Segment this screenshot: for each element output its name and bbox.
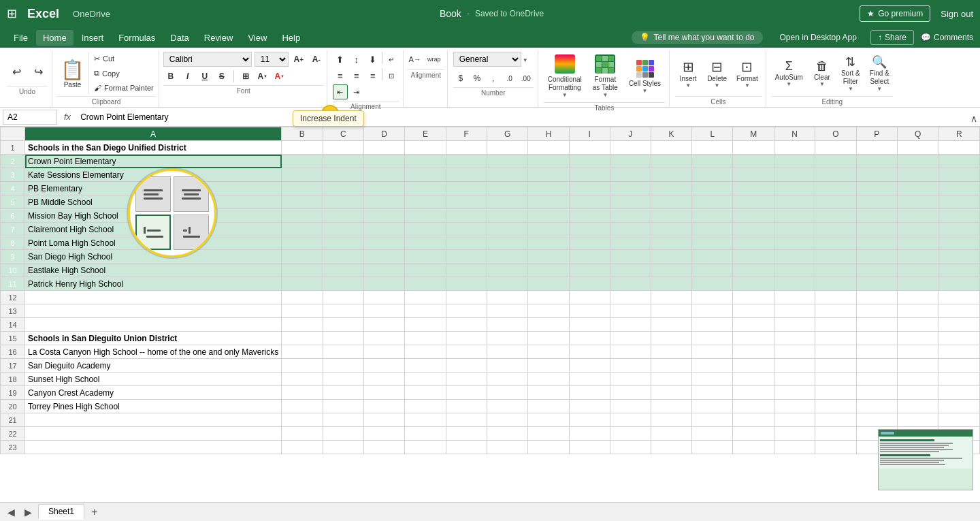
strikethrough-button[interactable]: S <box>214 69 229 84</box>
table-row[interactable]: 18Sunset High School <box>1 373 980 386</box>
cell-empty[interactable] <box>528 441 569 454</box>
cell-empty[interactable] <box>569 291 610 304</box>
cell-empty[interactable] <box>692 332 733 345</box>
cell-empty[interactable] <box>528 168 569 182</box>
cell-empty[interactable] <box>856 209 897 223</box>
cell-empty[interactable] <box>774 413 815 427</box>
cell-empty[interactable] <box>323 141 363 155</box>
cell-empty[interactable] <box>569 195 610 209</box>
cell-empty[interactable] <box>323 223 363 236</box>
cell-empty[interactable] <box>898 332 938 345</box>
formula-input[interactable] <box>78 110 977 125</box>
cell-empty[interactable] <box>898 359 938 373</box>
cell-empty[interactable] <box>733 291 774 304</box>
cell-empty[interactable] <box>446 291 487 304</box>
cell-empty[interactable] <box>528 277 569 291</box>
table-row[interactable]: 17San Dieguito Academy <box>1 359 980 373</box>
cell-empty[interactable] <box>815 413 856 427</box>
cell-empty[interactable] <box>405 386 446 400</box>
cell-empty[interactable] <box>405 182 446 195</box>
cell-empty[interactable] <box>610 345 651 359</box>
cell-empty[interactable] <box>569 250 610 264</box>
prev-sheet-button[interactable]: ◀ <box>4 505 18 519</box>
cell-empty[interactable] <box>898 373 938 386</box>
cell-empty[interactable] <box>323 345 363 359</box>
redo-button[interactable]: ↪ <box>29 63 48 82</box>
cell-empty[interactable] <box>569 441 610 454</box>
cell-empty[interactable] <box>692 373 733 386</box>
col-header-O[interactable]: O <box>815 127 856 141</box>
cell-a23[interactable] <box>25 441 282 454</box>
cell-empty[interactable] <box>282 236 323 250</box>
clear-button[interactable]: 🗑 Clear ▼ <box>809 57 835 90</box>
cell-empty[interactable] <box>363 223 404 236</box>
cell-empty[interactable] <box>363 236 404 250</box>
cell-empty[interactable] <box>610 332 651 345</box>
cell-empty[interactable] <box>610 250 651 264</box>
cell-empty[interactable] <box>405 427 446 441</box>
cell-empty[interactable] <box>815 141 856 155</box>
cell-empty[interactable] <box>405 291 446 304</box>
cell-empty[interactable] <box>528 182 569 195</box>
cell-a14[interactable] <box>25 318 282 332</box>
table-row[interactable]: 2Crown Point Elementary <box>1 155 980 168</box>
cell-empty[interactable] <box>815 264 856 277</box>
cell-empty[interactable] <box>651 155 691 168</box>
cut-button[interactable]: ✂ Cut <box>92 54 156 64</box>
cell-empty[interactable] <box>692 168 733 182</box>
app-grid-icon[interactable]: ⊞ <box>7 6 17 21</box>
cell-empty[interactable] <box>405 209 446 223</box>
menu-insert[interactable]: Insert <box>75 30 111 46</box>
cell-empty[interactable] <box>363 195 404 209</box>
cell-empty[interactable] <box>651 277 691 291</box>
cell-empty[interactable] <box>692 441 733 454</box>
cell-empty[interactable] <box>815 291 856 304</box>
cell-empty[interactable] <box>405 373 446 386</box>
cell-empty[interactable] <box>569 141 610 155</box>
cell-empty[interactable] <box>282 413 323 427</box>
cell-styles-button[interactable]: Cell Styles ▼ <box>625 56 665 97</box>
cell-empty[interactable] <box>774 345 815 359</box>
onedrive-label[interactable]: OneDrive <box>73 9 110 19</box>
cell-empty[interactable] <box>610 141 651 155</box>
menu-file[interactable]: File <box>7 30 35 46</box>
cell-empty[interactable] <box>898 141 938 155</box>
cell-empty[interactable] <box>938 277 980 291</box>
cell-empty[interactable] <box>938 182 980 195</box>
increase-decimal-button[interactable]: .00 <box>519 71 534 86</box>
cell-empty[interactable] <box>815 373 856 386</box>
border-button[interactable]: ⊞ <box>238 69 253 84</box>
cell-empty[interactable] <box>323 155 363 168</box>
decrease-indent-button[interactable]: ⇤ <box>333 84 348 99</box>
cell-empty[interactable] <box>487 373 527 386</box>
cell-empty[interactable] <box>938 345 980 359</box>
cell-empty[interactable] <box>938 236 980 250</box>
cell-empty[interactable] <box>528 304 569 318</box>
cell-empty[interactable] <box>651 209 691 223</box>
cell-empty[interactable] <box>815 359 856 373</box>
cell-empty[interactable] <box>938 141 980 155</box>
cell-empty[interactable] <box>446 386 487 400</box>
cell-empty[interactable] <box>774 250 815 264</box>
cell-empty[interactable] <box>446 304 487 318</box>
cell-empty[interactable] <box>282 291 323 304</box>
number-format-select[interactable]: General <box>453 52 521 67</box>
cell-empty[interactable] <box>898 155 938 168</box>
cell-empty[interactable] <box>282 400 323 413</box>
percent-button[interactable]: % <box>470 71 485 86</box>
cell-empty[interactable] <box>938 195 980 209</box>
cell-empty[interactable] <box>569 359 610 373</box>
cell-empty[interactable] <box>774 304 815 318</box>
cell-empty[interactable] <box>446 345 487 359</box>
cell-empty[interactable] <box>446 332 487 345</box>
cell-empty[interactable] <box>363 373 404 386</box>
cell-empty[interactable] <box>528 373 569 386</box>
cell-empty[interactable] <box>446 141 487 155</box>
table-row[interactable]: 10Eastlake High School <box>1 264 980 277</box>
wrap-text-btn2[interactable]: wrap <box>424 52 444 67</box>
cell-empty[interactable] <box>528 318 569 332</box>
cell-empty[interactable] <box>856 168 897 182</box>
cell-a11[interactable]: Patrick Henry High School <box>25 277 282 291</box>
copy-button[interactable]: ⧉ Copy <box>92 68 156 78</box>
cell-empty[interactable] <box>692 155 733 168</box>
